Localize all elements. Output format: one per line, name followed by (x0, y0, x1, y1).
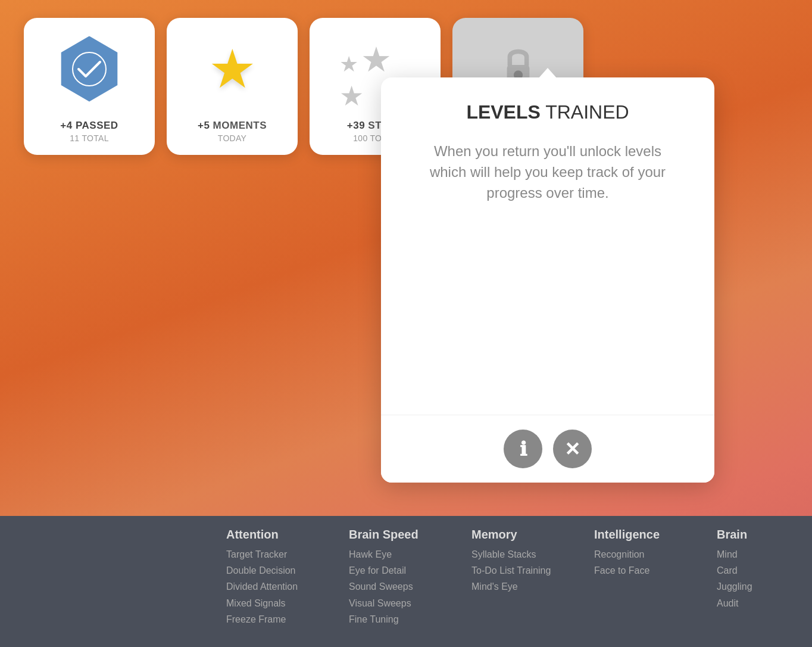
brain-item-3: Juggling (717, 578, 782, 595)
memory-item-2: To-Do List Training (471, 562, 570, 578)
info-icon: ℹ (520, 440, 527, 459)
moments-sublabel: TODAY (218, 133, 246, 143)
hexagon-icon (57, 36, 122, 102)
brain-speed-item-5: Fine Tuning (349, 611, 448, 627)
close-icon: ✕ (564, 440, 580, 459)
moments-icon-area: ★ (167, 18, 298, 120)
brain-speed-item-1: Hawk Eye (349, 546, 448, 562)
brain-speed-item-3: Sound Sweeps (349, 578, 448, 595)
brain-title: Brain (717, 528, 782, 542)
attention-item-5: Freeze Frame (226, 611, 325, 627)
passed-label: +4 PASSED (60, 120, 118, 132)
popup-panel: LEVELS TRAINED When you return you'll un… (381, 77, 714, 483)
bottom-col-brain: Brain Mind Card Juggling Audit (705, 528, 794, 635)
brain-speed-item-4: Visual Sweeps (349, 595, 448, 611)
popup-title: LEVELS TRAINED (466, 101, 629, 123)
star-icon: ★ (208, 42, 257, 96)
intelligence-item-2: Face to Face (594, 562, 693, 578)
attention-item-1: Target Tracker (226, 546, 325, 562)
popup-body: When you return you'll unlock levels whi… (429, 141, 667, 203)
intelligence-title: Intelligence (594, 528, 693, 542)
stat-card-moments[interactable]: ★ +5 MOMENTS TODAY (167, 18, 298, 155)
memory-item-3: Mind's Eye (471, 578, 570, 595)
attention-item-4: Mixed Signals (226, 595, 325, 611)
brain-item-1: Mind (717, 546, 782, 562)
bottom-col-intelligence: Intelligence Recognition Face to Face (582, 528, 705, 635)
memory-title: Memory (471, 528, 570, 542)
close-button[interactable]: ✕ (553, 430, 592, 468)
moments-label: +5 MOMENTS (198, 120, 267, 132)
passed-icon-area (24, 18, 155, 120)
popup-arrow (538, 68, 557, 79)
brain-item-2: Card (717, 562, 782, 578)
memory-item-1: Syllable Stacks (471, 546, 570, 562)
passed-sublabel: 11 TOTAL (70, 133, 108, 143)
bottom-col-memory: Memory Syllable Stacks To-Do List Traini… (460, 528, 582, 635)
brain-item-4: Audit (717, 595, 782, 611)
attention-item-2: Double Decision (226, 562, 325, 578)
attention-title: Attention (226, 528, 325, 542)
brain-speed-title: Brain Speed (349, 528, 448, 542)
attention-item-3: Divided Attention (226, 578, 325, 595)
brain-speed-item-2: Eye for Detail (349, 562, 448, 578)
bottom-col-attention: Attention Target Tracker Double Decision… (214, 528, 337, 635)
intelligence-item-1: Recognition (594, 546, 693, 562)
stat-card-passed[interactable]: +4 PASSED 11 TOTAL (24, 18, 155, 155)
info-button[interactable]: ℹ (504, 430, 542, 468)
bottom-col-brain-speed: Brain Speed Hawk Eye Eye for Detail Soun… (337, 528, 460, 635)
bottom-content: Attention Target Tracker Double Decision… (0, 516, 812, 647)
popup-footer: ℹ ✕ (381, 415, 714, 483)
